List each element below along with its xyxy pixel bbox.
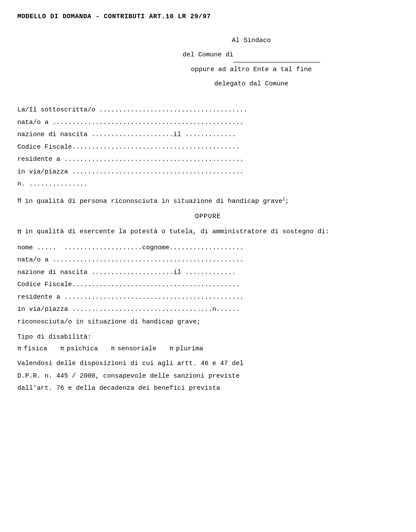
field2-codice: Codice Fiscale..........................… [17, 279, 399, 291]
field2-via: in via/piazza ..........................… [17, 304, 399, 316]
field2-riconosciuta: riconosciuta/o in situazione di handicap… [17, 316, 399, 329]
field-numero: n. ............... [17, 178, 399, 191]
field-codice: Codice Fiscale..........................… [17, 141, 399, 154]
label-psichica: psichica [67, 345, 98, 352]
oppure-label: OPPURE [17, 213, 399, 220]
header-line4: delegato dal Comune [104, 77, 399, 91]
bottom-text: Valendosi delle disposizioni di cui agli… [17, 358, 399, 395]
pi-plurima: π [169, 345, 173, 352]
pi-psichica: π [60, 345, 64, 352]
section1-text: in qualità di persona riconosciuta in si… [25, 197, 399, 205]
section2-paragraph: π in qualità di esercente la potestà o t… [17, 228, 399, 236]
pi-fisica: π [17, 345, 21, 352]
field-via: in via/piazza ..........................… [17, 166, 399, 179]
bottom-line2: D.P.R. n. 445 / 2000, consapevole delle … [17, 370, 399, 383]
header-line3: oppure ad altro Ente a tal fine [104, 62, 399, 77]
field2-nata: nata/o a ...............................… [17, 254, 399, 267]
tipo-disabilita-section: Tipo di disabilità: [17, 333, 399, 341]
label-plurima: plurima [176, 345, 203, 352]
form-section-top: La/Il sottoscritta/o ...................… [17, 104, 399, 191]
tipo-disabilita-label: Tipo di disabilità: [17, 333, 91, 341]
option-sensoriale: π sensoriale [111, 345, 156, 352]
field-residente: residente a ............................… [17, 153, 399, 166]
field-nazione: nazione di nascita .....................… [17, 129, 399, 141]
bottom-line1: Valendosi delle disposizioni di cui agli… [17, 358, 399, 370]
option-fisica: π fisica [17, 345, 47, 352]
form-section-2: nome ..... ....................cognome..… [17, 242, 399, 329]
pi-symbol-1: π [17, 197, 22, 205]
header-block: Al Sindaco del Comune di oppure ad altro… [104, 33, 399, 91]
field2-nome: nome ..... ....................cognome..… [17, 242, 399, 255]
bottom-line3: dall'art. 76 e della decadenza dei benef… [17, 382, 399, 395]
option-psichica: π psichica [60, 345, 98, 352]
disability-options: π fisica π psichica π sensoriale π pluri… [17, 345, 399, 352]
header-line2: del Comune di [104, 48, 399, 62]
field2-residente: residente a ............................… [17, 291, 399, 304]
label-sensoriale: sensoriale [117, 345, 156, 352]
pi-symbol-2: π [17, 228, 22, 236]
page-title: MODELLO DI DOMANDA - CONTRIBUTI ART.10 L… [17, 13, 399, 20]
label-fisica: fisica [24, 345, 47, 352]
option-plurima: π plurima [169, 345, 203, 352]
section2-text: in qualità di esercente la potestà o tut… [25, 228, 399, 235]
field-nata: nata/o a ...............................… [17, 117, 399, 129]
section1-paragraph: π in qualità di persona riconosciuta in … [17, 197, 399, 205]
field2-nazione: nazione di nascita .....................… [17, 267, 399, 279]
field-sottoscritta: La/Il sottoscritta/o ...................… [17, 104, 399, 117]
header-line1: Al Sindaco [104, 33, 399, 48]
pi-sensoriale: π [111, 345, 115, 352]
